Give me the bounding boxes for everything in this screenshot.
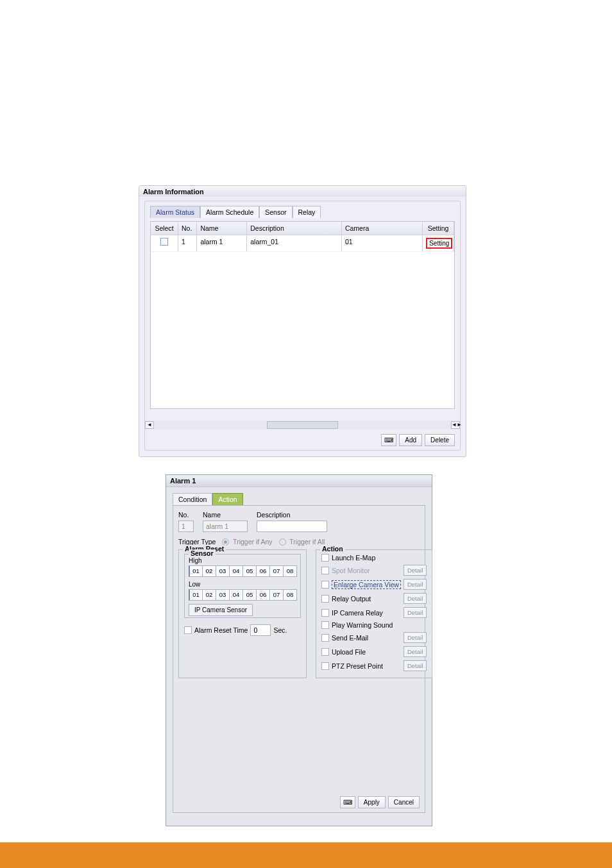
tab-alarm-status[interactable]: Alarm Status	[150, 206, 200, 218]
action-send-email: Send E-Mail Detail	[321, 632, 427, 643]
tab-sensor[interactable]: Sensor	[259, 206, 292, 218]
action-send-email-checkbox[interactable]	[321, 634, 329, 642]
sensor-high-01[interactable]: 01	[189, 565, 203, 577]
action-send-email-label: Send E-Mail	[332, 634, 368, 642]
alarm-detail-title: Alarm 1	[166, 475, 432, 487]
sensor-low-08[interactable]: 08	[283, 589, 297, 601]
sensor-high-07[interactable]: 07	[269, 565, 284, 577]
sensor-low-04[interactable]: 04	[229, 589, 243, 601]
sensor-low-02[interactable]: 02	[202, 589, 216, 601]
action-enlarge-camera-view-checkbox[interactable]	[321, 581, 329, 588]
action-launch-emap-label: Launch E-Map	[332, 554, 375, 562]
sensor-low-03[interactable]: 03	[216, 589, 230, 601]
action-relay-output: Relay Output Detail	[321, 593, 427, 604]
col-description: Description	[247, 222, 342, 235]
scroll-thumb[interactable]	[267, 421, 338, 429]
table-horizontal-scrollbar[interactable]: ◄ ◄►	[145, 421, 460, 430]
sensor-high-06[interactable]: 06	[256, 565, 270, 577]
cell-select[interactable]	[151, 235, 178, 251]
keyboard-icon-button[interactable]: ⌨	[381, 434, 396, 446]
desc-label: Description	[257, 511, 327, 519]
alarm-info-panel: Alarm Information Alarm Status Alarm Sch…	[139, 185, 466, 457]
action-upload-file-label: Upload File	[332, 648, 366, 656]
alarm-info-title: Alarm Information	[139, 186, 466, 197]
alarm-info-footer: ⌨ Add Delete	[381, 434, 455, 446]
sensor-low-06[interactable]: 06	[256, 589, 270, 601]
action-upload-file-detail-button[interactable]: Detail	[404, 646, 427, 657]
action-enlarge-camera-view-detail-button[interactable]: Detail	[404, 579, 427, 590]
trigger-if-any-option[interactable]: Trigger if Any	[222, 537, 272, 546]
action-launch-emap-checkbox[interactable]	[321, 554, 329, 562]
table-row[interactable]: 1 alarm 1 alarm_01 01 Setting	[151, 235, 454, 252]
action-upload-file: Upload File Detail	[321, 646, 427, 657]
scroll-left-icon[interactable]: ◄	[145, 421, 154, 429]
row-setting-button[interactable]: Setting	[426, 238, 452, 249]
sensor-high-05[interactable]: 05	[242, 565, 257, 577]
sensor-low-row: 01 02 03 04 05 06 07 08	[189, 589, 296, 601]
action-play-warning-sound-label: Play Warning Sound	[332, 621, 393, 629]
cancel-button[interactable]: Cancel	[388, 796, 420, 808]
cell-name: alarm 1	[197, 235, 247, 251]
action-legend: Action	[320, 545, 345, 553]
action-play-warning-sound-checkbox[interactable]	[321, 621, 329, 629]
apply-button[interactable]: Apply	[358, 796, 386, 808]
alarm-reset-time-input[interactable]	[250, 624, 271, 636]
action-ip-camera-relay: IP Camera Relay Detail	[321, 607, 427, 618]
action-upload-file-checkbox[interactable]	[321, 648, 329, 656]
sensor-high-04[interactable]: 04	[229, 565, 243, 577]
two-column-row: Alarm Reset Sensor High 01 02 03 04 05 0…	[178, 549, 420, 678]
action-ptz-preset-label: PTZ Preset Point	[332, 662, 383, 670]
desc-input[interactable]	[257, 521, 327, 532]
action-enlarge-camera-view: Enlarge Camera View Detail	[321, 579, 427, 590]
action-ptz-preset-detail-button[interactable]: Detail	[404, 660, 427, 671]
sensor-low-01[interactable]: 01	[189, 589, 203, 601]
alarm-detail-body: Condition Action No. Name Description	[166, 487, 432, 825]
sensor-high-label: High	[189, 557, 296, 564]
action-ptz-preset: PTZ Preset Point Detail	[321, 660, 427, 671]
scroll-track[interactable]	[154, 421, 451, 429]
action-spot-monitor-detail-button[interactable]: Detail	[404, 565, 427, 576]
action-relay-output-label: Relay Output	[332, 595, 371, 603]
row-select-checkbox[interactable]	[160, 238, 168, 246]
trigger-if-all-option[interactable]: Trigger if All	[279, 537, 325, 546]
page-footer-bar	[0, 842, 612, 868]
tab-alarm-schedule[interactable]: Alarm Schedule	[200, 206, 259, 218]
sensor-low-07[interactable]: 07	[269, 589, 284, 601]
sensor-low-05[interactable]: 05	[242, 589, 257, 601]
action-spot-monitor-checkbox[interactable]	[321, 567, 329, 574]
action-ip-camera-relay-detail-button[interactable]: Detail	[404, 607, 427, 618]
sensor-high-02[interactable]: 02	[202, 565, 216, 577]
tab-action[interactable]: Action	[212, 493, 242, 506]
ip-camera-sensor-button[interactable]: IP Camera Sensor	[189, 604, 253, 616]
tab-relay[interactable]: Relay	[293, 206, 321, 218]
alarm-reset-time-checkbox[interactable]	[184, 626, 192, 634]
alarm-detail-dialog: Alarm 1 Condition Action No. Name	[166, 474, 432, 826]
name-label: Name	[203, 511, 248, 519]
action-send-email-detail-button[interactable]: Detail	[404, 632, 427, 643]
scroll-right-icon[interactable]: ◄►	[451, 421, 460, 429]
cell-no: 1	[178, 235, 197, 251]
cell-description: alarm_01	[247, 235, 342, 251]
alarm-reset-fieldset: Alarm Reset Sensor High 01 02 03 04 05 0…	[178, 549, 307, 678]
no-label: No.	[178, 511, 194, 519]
action-ip-camera-relay-checkbox[interactable]	[321, 609, 329, 617]
delete-button[interactable]: Delete	[425, 434, 455, 446]
alarm-reset-time-unit: Sec.	[273, 626, 287, 634]
cell-setting: Setting	[423, 235, 454, 251]
action-enlarge-camera-view-label: Enlarge Camera View	[332, 580, 401, 589]
keyboard-icon-button[interactable]: ⌨	[340, 796, 355, 808]
action-relay-output-detail-button[interactable]: Detail	[404, 593, 427, 604]
table-body: 1 alarm 1 alarm_01 01 Setting	[151, 235, 454, 252]
action-spot-monitor: Spot Monitor Detail	[321, 565, 427, 576]
sensor-legend: Sensor	[189, 549, 216, 557]
action-relay-output-checkbox[interactable]	[321, 595, 329, 603]
tab-condition[interactable]: Condition	[173, 493, 212, 506]
alarm-info-body: Alarm Status Alarm Schedule Sensor Relay…	[144, 201, 461, 451]
action-ptz-preset-checkbox[interactable]	[321, 662, 329, 670]
alarm-reset-time-label: Alarm Reset Time	[194, 626, 248, 634]
sensor-high-08[interactable]: 08	[283, 565, 297, 577]
action-list: Launch E-Map Spot Monitor Detail	[321, 554, 427, 671]
add-button[interactable]: Add	[399, 434, 422, 446]
alarm-table: Select No. Name Description Camera Setti…	[150, 221, 455, 409]
sensor-high-03[interactable]: 03	[216, 565, 230, 577]
